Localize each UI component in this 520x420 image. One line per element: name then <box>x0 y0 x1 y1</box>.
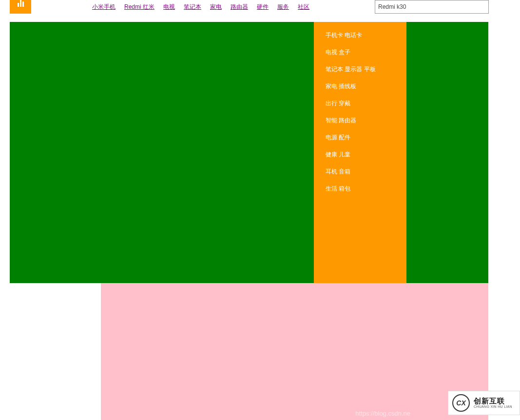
search-value: Redmi k30 <box>378 3 406 10</box>
side-menu-item-audio[interactable]: 耳机 音箱 <box>314 163 406 180</box>
content-section: https://blog.csdn.ne <box>101 283 488 420</box>
corner-logo-cn: 创新互联 <box>474 397 512 405</box>
nav-item-redmi[interactable]: Redmi 红米 <box>124 3 154 11</box>
side-menu-item-life[interactable]: 生活 箱包 <box>314 180 406 197</box>
cx-icon: CX <box>452 394 470 412</box>
nav-item-laptop[interactable]: 笔记本 <box>184 3 201 11</box>
side-menu-item-power[interactable]: 电源 配件 <box>314 129 406 146</box>
nav-item-community[interactable]: 社区 <box>298 3 309 11</box>
search-input[interactable]: Redmi k30 <box>375 0 489 14</box>
side-menu-item-phonecard[interactable]: 手机卡 电话卡 <box>314 27 406 44</box>
nav-item-service[interactable]: 服务 <box>277 3 289 11</box>
category-side-menu: 手机卡 电话卡 电视 盒子 笔记本 显示器 平板 家电 插线板 出行 穿戴 智能… <box>314 22 406 283</box>
side-menu-item-wearable[interactable]: 出行 穿戴 <box>314 95 406 112</box>
main-nav: 小米手机 Redmi 红米 电视 笔记本 家电 路由器 硬件 服务 社区 <box>92 0 309 14</box>
nav-item-phone[interactable]: 小米手机 <box>92 3 116 11</box>
mi-logo-icon <box>18 0 24 7</box>
side-menu-item-smart[interactable]: 智能 路由器 <box>314 112 406 129</box>
corner-brand-logo: CX 创新互联 CHUANG XIN HU LIAN <box>448 391 520 415</box>
side-menu-item-appliance[interactable]: 家电 插线板 <box>314 78 406 95</box>
header: 小米手机 Redmi 红米 电视 笔记本 家电 路由器 硬件 服务 社区 Red… <box>0 0 520 18</box>
nav-item-appliance[interactable]: 家电 <box>210 3 222 11</box>
nav-item-tv[interactable]: 电视 <box>163 3 175 11</box>
side-menu-item-laptop[interactable]: 笔记本 显示器 平板 <box>314 61 406 78</box>
logo[interactable] <box>10 0 31 14</box>
side-menu-item-tvbox[interactable]: 电视 盒子 <box>314 44 406 61</box>
corner-logo-en: CHUANG XIN HU LIAN <box>474 405 512 409</box>
corner-logo-text: 创新互联 CHUANG XIN HU LIAN <box>474 397 512 409</box>
nav-item-hardware[interactable]: 硬件 <box>257 3 269 11</box>
watermark-text: https://blog.csdn.ne <box>355 410 410 417</box>
nav-item-router[interactable]: 路由器 <box>231 3 248 11</box>
hero-banner: 手机卡 电话卡 电视 盒子 笔记本 显示器 平板 家电 插线板 出行 穿戴 智能… <box>10 22 488 283</box>
side-menu-item-health[interactable]: 健康 儿童 <box>314 146 406 163</box>
